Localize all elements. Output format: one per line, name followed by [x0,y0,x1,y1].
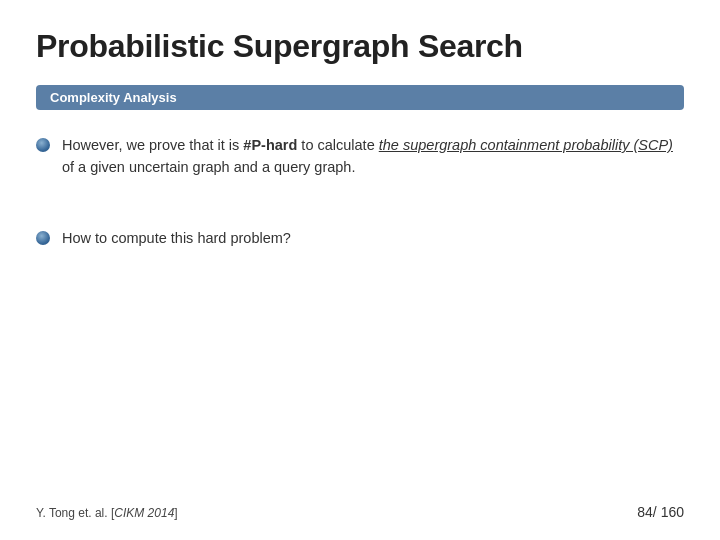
spacer [36,197,684,227]
slide-title: Probabilistic Supergraph Search [36,28,684,65]
bullet-item-2: How to compute this hard problem? [36,227,684,249]
footer: Y. Tong et. al. [CIKM 2014] 84/ 160 [36,496,684,520]
bullet-item-1: However, we prove that it is #P-hard to … [36,134,684,179]
scp-term: the supergraph containment probability (… [379,137,673,153]
bullet-circle-1 [36,138,50,152]
bullet-icon-2 [36,231,50,249]
footer-page: 84/ 160 [637,504,684,520]
footer-citation: Y. Tong et. al. [CIKM 2014] [36,506,178,520]
bullet-icon-1 [36,138,50,156]
content-area: However, we prove that it is #P-hard to … [36,134,684,496]
bullet-circle-2 [36,231,50,245]
complexity-analysis-badge: Complexity Analysis [36,85,684,110]
slide: Probabilistic Supergraph Search Complexi… [0,0,720,540]
bold-hard: #P-hard [243,137,297,153]
footer-citation-italic: CIKM 2014 [114,506,174,520]
bullet-text-1: However, we prove that it is #P-hard to … [62,134,684,179]
bullet-text-2: How to compute this hard problem? [62,227,291,249]
